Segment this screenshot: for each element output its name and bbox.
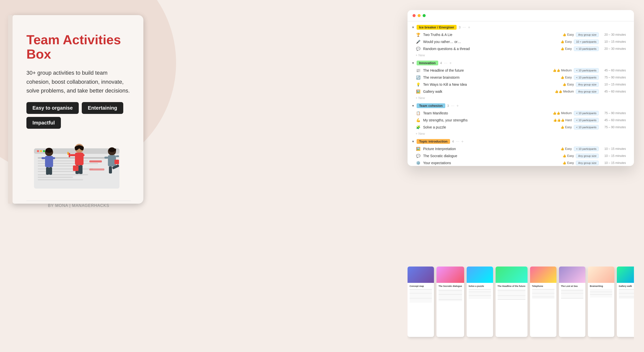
activity-name[interactable]: Random questions & a thread	[423, 47, 558, 51]
dots-ice-breaker[interactable]: ···	[463, 25, 466, 30]
difficulty: 👍👍 Medium	[555, 90, 574, 93]
card-line	[561, 293, 583, 293]
card-line	[561, 295, 583, 296]
card-line	[561, 297, 583, 297]
cards-strip: Concept map The Socratic dialogue	[408, 267, 634, 342]
group-size[interactable]: < 10 participants	[574, 111, 599, 115]
toggle-innovation[interactable]: ▼	[412, 61, 415, 65]
svg-rect-28	[67, 152, 69, 155]
group-size[interactable]: Any group size	[576, 154, 599, 158]
activity-icon: 🧩	[416, 125, 421, 129]
activity-row: 📰 The Headline of the future 👍👍 Medium <…	[408, 67, 634, 74]
mini-card-7[interactable]: Brainwriting	[588, 267, 614, 337]
mini-card-5[interactable]: Telephone	[530, 267, 556, 337]
activity-name[interactable]: The Socratic dialogue	[423, 154, 560, 158]
tag-entertaining[interactable]: Entertaining	[82, 102, 123, 114]
new-row[interactable]: + New	[408, 131, 634, 137]
activity-name[interactable]: Gallery walk	[423, 90, 552, 94]
activity-name[interactable]: Ten Ways to Kill a New Idea	[423, 82, 560, 86]
activity-meta: 👍 Easy Any group size 10 – 15 minutes	[562, 82, 626, 87]
group-size[interactable]: < 10 participants	[574, 147, 599, 151]
window-minimize-dot[interactable]	[418, 14, 421, 17]
group-size[interactable]: Any group size	[576, 89, 599, 94]
window-maximize-dot[interactable]	[423, 14, 426, 17]
plus-topic-introduction[interactable]: +	[461, 139, 464, 144]
activity-name[interactable]: Team Manifesto	[423, 111, 550, 115]
plus-innovation[interactable]: +	[449, 61, 452, 65]
duration: 10 – 15 minutes	[601, 147, 626, 151]
activity-meta: 👍 Easy Any group size 10 – 15 minutes	[562, 154, 626, 158]
group-size[interactable]: < 10 participants	[574, 118, 599, 122]
tag-easy[interactable]: Easy to organise	[26, 102, 79, 114]
toggle-ice-breaker[interactable]: ▼	[412, 26, 415, 29]
svg-rect-10	[38, 171, 78, 172]
badge-team-cohesion[interactable]: Team cohesion	[417, 103, 445, 108]
difficulty: 👍 Easy	[560, 147, 572, 151]
group-size[interactable]: Any group size	[576, 32, 599, 37]
activity-row: 💪 My strengths, your strengths 👍👍👍 Hard …	[408, 117, 634, 124]
activity-name[interactable]: Picture Interpretation	[423, 147, 558, 151]
activity-icon: 📰	[416, 68, 421, 72]
badge-innovation[interactable]: Innovation	[417, 61, 438, 65]
group-size[interactable]: < 10 participants	[574, 47, 599, 51]
svg-rect-18	[42, 157, 45, 159]
card-body-6: The Lost at Sea	[559, 283, 585, 301]
mini-card-4[interactable]: The Headline of the future	[496, 267, 528, 337]
activity-name[interactable]: The Headline of the future	[423, 68, 550, 72]
mini-card-8[interactable]: Gallery walk	[617, 267, 634, 337]
activity-name[interactable]: The reverse brainstorm	[423, 75, 558, 79]
difficulty: 👍 Easy	[562, 33, 574, 36]
group-size[interactable]: Any group size	[576, 161, 599, 165]
card-photo-2	[436, 267, 464, 283]
group-size[interactable]: < 10 participants	[574, 68, 599, 73]
card-title-1: Concept map	[410, 285, 432, 288]
group-size[interactable]: Any group size	[576, 82, 599, 87]
activity-meta: 👍 Easy < 10 participants 75 – 90 minutes	[560, 75, 626, 80]
group-size[interactable]: < 10 participants	[574, 75, 599, 80]
count-ice-breaker: 3	[459, 25, 460, 29]
new-row[interactable]: + New	[408, 52, 634, 58]
toggle-team-cohesion[interactable]: ▼	[412, 104, 415, 108]
badge-topic-introduction[interactable]: Topic introduction	[417, 139, 450, 144]
mini-card-2[interactable]: The Socratic dialogue	[436, 267, 464, 337]
dots-team-cohesion[interactable]: ···	[451, 104, 454, 108]
card-line	[438, 298, 462, 298]
activity-name[interactable]: Your expectations	[423, 161, 560, 165]
card-line	[410, 295, 432, 296]
activity-row: 📋 Team Manifesto 👍👍 Medium < 10 particip…	[408, 110, 634, 117]
activity-name[interactable]: Would you rather… or…	[423, 40, 558, 44]
svg-point-4	[43, 150, 45, 152]
mini-card-6[interactable]: The Lost at Sea	[559, 267, 585, 337]
badge-ice-breaker[interactable]: Ice breaker / Energiser	[417, 25, 457, 30]
group-size[interactable]: 10 + participants	[574, 39, 599, 44]
tag-impactful[interactable]: Impactful	[26, 117, 61, 129]
new-row[interactable]: + New	[408, 95, 634, 101]
difficulty: 👍👍 Medium	[553, 69, 572, 72]
card-line	[532, 298, 554, 298]
activity-name[interactable]: My strengths, your strengths	[423, 118, 551, 122]
card-photo-6	[559, 267, 585, 283]
card-title-7: Brainwriting	[590, 285, 612, 288]
activity-name[interactable]: Two Truths & A Lie	[423, 33, 560, 37]
difficulty: 👍 Easy	[560, 76, 572, 79]
card-line	[410, 300, 432, 301]
svg-rect-34	[116, 155, 119, 157]
card-title-6: The Lost at Sea	[561, 285, 583, 288]
activity-icon: 💬	[416, 47, 421, 51]
plus-team-cohesion[interactable]: +	[456, 104, 459, 108]
window-close-dot[interactable]	[413, 14, 416, 17]
plus-ice-breaker[interactable]: +	[468, 25, 470, 30]
dots-topic-introduction[interactable]: ···	[456, 139, 459, 144]
card-line	[469, 289, 491, 290]
dots-innovation[interactable]: ···	[444, 61, 447, 65]
mini-card-3[interactable]: Solve a puzzle	[467, 267, 493, 337]
card-title-3: Solve a puzzle	[469, 285, 491, 288]
card-line	[561, 298, 583, 298]
card-line	[619, 290, 634, 291]
group-size[interactable]: < 10 participants	[574, 125, 599, 129]
card-line	[438, 300, 462, 301]
activity-name[interactable]: Solve a puzzle	[423, 125, 558, 129]
activity-row: 💬 The Socratic dialogue 👍 Easy Any group…	[408, 152, 634, 159]
mini-card-1[interactable]: Concept map	[408, 267, 434, 337]
toggle-topic-introduction[interactable]: ▼	[412, 140, 415, 143]
